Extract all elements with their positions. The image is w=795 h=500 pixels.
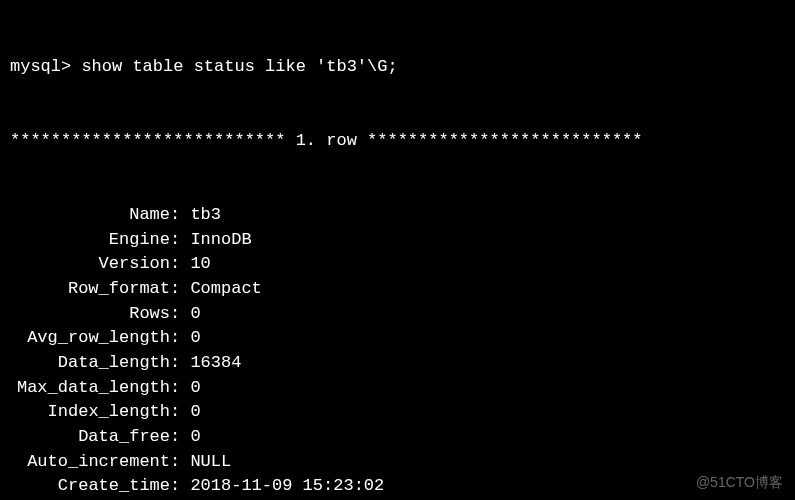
field-value: InnoDB <box>190 230 251 249</box>
field-value: 0 <box>190 328 200 347</box>
field-label: Engine <box>10 228 170 253</box>
field-value: 0 <box>190 304 200 323</box>
field-label: Avg_row_length <box>10 326 170 351</box>
field-label: Index_length <box>10 400 170 425</box>
field-label: Auto_increment <box>10 450 170 475</box>
field-label: Max_data_length <box>10 376 170 401</box>
field-value: Compact <box>190 279 261 298</box>
field-value: 16384 <box>190 353 241 372</box>
field-row: Data_free: 0 <box>10 425 785 450</box>
field-value: 10 <box>190 254 210 273</box>
field-label: Rows <box>10 302 170 327</box>
terminal-output: mysql> show table status like 'tb3'\G; *… <box>10 6 785 500</box>
field-label: Data_free <box>10 425 170 450</box>
table-status-fields: Name: tb3Engine: InnoDBVersion: 10Row_fo… <box>10 203 785 500</box>
field-value: 2018-11-09 15:23:02 <box>190 476 384 495</box>
field-label: Name <box>10 203 170 228</box>
field-value: 0 <box>190 402 200 421</box>
field-value: 0 <box>190 378 200 397</box>
field-row: Row_format: Compact <box>10 277 785 302</box>
command-line[interactable]: mysql> show table status like 'tb3'\G; <box>10 55 785 80</box>
field-row: Version: 10 <box>10 252 785 277</box>
field-row: Max_data_length: 0 <box>10 376 785 401</box>
row-separator: *************************** 1. row *****… <box>10 129 785 154</box>
field-label: Create_time <box>10 474 170 499</box>
field-value: NULL <box>190 452 231 471</box>
watermark-text: @51CTO博客 <box>696 472 783 492</box>
field-row: Name: tb3 <box>10 203 785 228</box>
field-row: Auto_increment: NULL <box>10 450 785 475</box>
field-label: Row_format <box>10 277 170 302</box>
field-row: Rows: 0 <box>10 302 785 327</box>
field-value: 0 <box>190 427 200 446</box>
field-row: Create_time: 2018-11-09 15:23:02 <box>10 474 785 499</box>
field-row: Index_length: 0 <box>10 400 785 425</box>
field-label: Version <box>10 252 170 277</box>
field-row: Engine: InnoDB <box>10 228 785 253</box>
field-value: tb3 <box>190 205 221 224</box>
field-label: Data_length <box>10 351 170 376</box>
field-row: Data_length: 16384 <box>10 351 785 376</box>
field-row: Avg_row_length: 0 <box>10 326 785 351</box>
